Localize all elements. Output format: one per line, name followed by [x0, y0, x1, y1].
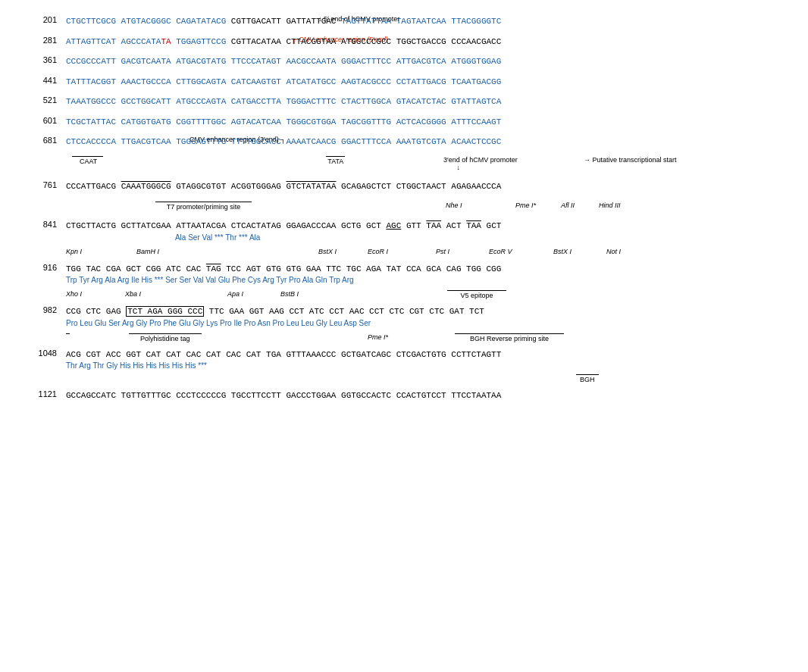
- seq-line-761: 761 CCCATTGACG CAAATGGGCG GTAGGCGTGT ACG…: [23, 180, 785, 193]
- ecori-label: EcoR I: [368, 248, 388, 255]
- bgh-label: BGH: [576, 374, 599, 383]
- seq-line-1121: 1121 GCCAGCCATC TGTTGTTTGC CCCTCCCCCG TG…: [23, 389, 785, 402]
- xhoi-label: Xho I: [66, 290, 82, 298]
- nhei-label: Nhe I: [446, 202, 462, 209]
- seq-line-361: 361 CCCGCCCATT GACGTCAATA ATGACGTATG TTC…: [23, 55, 785, 68]
- poly-his-top: [66, 333, 70, 342]
- apai-label: Apa I: [227, 290, 243, 298]
- bstbi-label: BstB I: [280, 290, 299, 298]
- seq-line-281: 281 ATTAGTTCAT AGCCCATATA TGGAGTTCCG CGT…: [23, 36, 785, 48]
- tata-label: TATA: [326, 156, 345, 165]
- hcmv-3prime-label: 3′end of hCMV promoter ↓: [443, 156, 518, 171]
- seq-line-841: 841 CTGCTTACTG GCTTATCGAA ATTAATACGA CTC…: [23, 220, 785, 243]
- seq-line-201: 201 CTGCTTCGCG ATGTACGGGC CAGATATACG CGT…: [23, 15, 785, 28]
- polyhistidine-label: Polyhistidine tag: [129, 333, 202, 342]
- pmei2-label: Pme I*: [368, 333, 388, 341]
- pmei-label: Pme I*: [515, 202, 536, 209]
- seq-line-982: 982 CCG CTC GAG TCT AGA GGG CCC TTC GAA …: [23, 305, 785, 329]
- seq-line-916: 916 TGG TAC CGA GCT CGG ATC CAC TAG TCC …: [23, 263, 785, 286]
- seq-line-681: 681 CTCCACCCCA TTGACGTCAA TGGGAGTTTG TTT…: [23, 136, 785, 148]
- bgh-reverse-label: BGH Reverse priming site: [455, 333, 564, 342]
- sequence-diagram: ↓ 5′ end of hCMV promoter 201 CTGCTTCGCG…: [23, 15, 785, 402]
- noti-label: Not I: [606, 248, 621, 255]
- psti-label: Pst I: [436, 248, 449, 255]
- caat-label: CAAT: [72, 156, 103, 165]
- v5-label: V5 epitope: [447, 290, 506, 299]
- bstxi-label: BstX I: [318, 248, 337, 255]
- ecorv-label: EcoR V: [489, 248, 512, 255]
- t7-label: T7 promoter/priming site: [155, 202, 252, 211]
- seq-line-441: 441 TATTTACGGT AAACTGCCCA CTTGGCAGTA CAT…: [23, 76, 785, 89]
- bstxi2-label: BstX I: [553, 248, 572, 255]
- hindiii-label: Hind III: [599, 202, 621, 209]
- xbai-label: Xba I: [125, 290, 141, 298]
- seq-line-601: 601 TCGCTATTAC CATGGTGATG CGGTTTTGGC AGT…: [23, 116, 785, 129]
- seq-line-521: 521 TAAATGGCCC GCCTGGCATT ATGCCCAGTA CAT…: [23, 95, 785, 108]
- aflii-label: Afl II: [561, 202, 575, 209]
- seq-line-1048: 1048 ACG CGT ACC GGT CAT CAT CAC CAT CAC…: [23, 349, 785, 372]
- kpni-label: Kpn I: [66, 248, 82, 255]
- transcriptional-start-label: → Putative transcriptional start: [584, 156, 677, 164]
- bamhi-label: BamH I: [136, 248, 159, 255]
